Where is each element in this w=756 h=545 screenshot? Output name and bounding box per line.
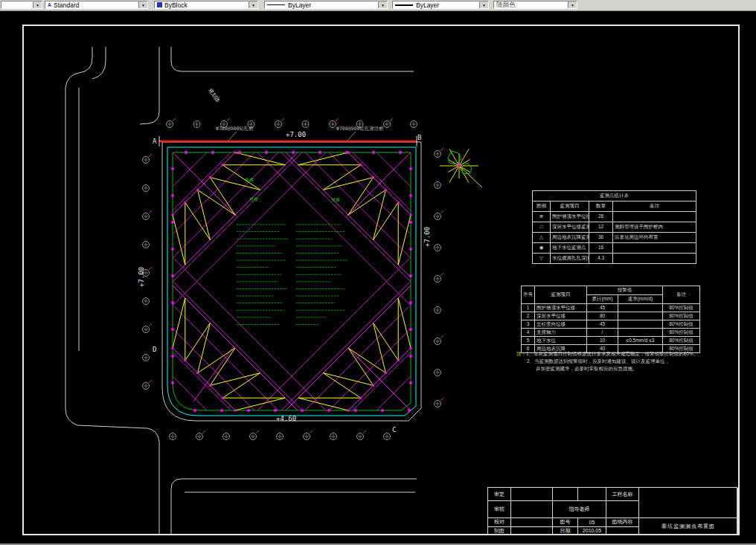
alarm-note: 80%控制值 [663,320,700,329]
stats-item-note [613,254,696,264]
titleblock-row4-label: 制图 [488,527,511,536]
alarm-rate [618,329,663,337]
alarm-seq: 1 [522,304,535,312]
table-notes: 注：1、本表监测项目控制值根据设计要求及相关规范确定，报警值取控制值的80%。 … [516,350,702,373]
drawing-canvas[interactable]: A B C D +7.00 +4.60 +7.00 +7.00 Ф700@900… [0,0,756,545]
elevation-bottom: +4.60 [276,415,296,422]
stats-item-name: 围护墙顶水平位移监测点 [551,212,589,222]
text-style-arrow-icon[interactable]: ▼ [138,1,147,8]
stats-item-count: 4.3 [589,254,613,264]
alarm-item: 立柱竖向位移 [535,320,587,329]
stats-item-name: 周边地表沉降监测点 [551,233,589,243]
linetype-combo[interactable]: ByLayer ▼ [264,1,388,9]
alarm-item: 支撑轴力 [535,329,587,337]
plotstyle-combo-value: 随颜色 [496,1,516,10]
stats-item-count: 12 [589,222,613,233]
titleblock-row1-label: 审定 [488,488,511,501]
alarm-seq: 5 [522,337,535,345]
lineweight-combo-arrow-icon[interactable]: ▼ [479,1,488,8]
corner-label-a: A [153,138,157,145]
pile-label-right: Ф700@900钻孔灌注桩 [336,126,384,132]
alarm-seq: 4 [522,329,535,337]
drawing-no-label: 图号 [553,518,578,527]
layer-combo-arrow-icon[interactable]: ▼ [33,1,42,8]
alarm-cumulative: 45 [587,304,618,312]
plotstyle-combo-arrow-icon[interactable]: ▼ [568,1,577,8]
lineweight-combo-value: ByLayer [416,1,439,9]
table-row: 3 立柱竖向位移 45 80%控制值 [522,320,700,329]
elevation-top: +7.00 [286,131,306,138]
notes-label: 注： [516,351,526,356]
point-symbol-icon: ⊕ [533,212,551,222]
titleblock-row4-value [511,527,553,536]
alarm-note: 80%控制值 [663,304,700,312]
alarm-header-group: 报警值 [587,286,663,295]
layer-combo[interactable]: ▼ [1,1,42,9]
elevation-right: +7.00 [423,227,431,247]
plotstyle-combo[interactable]: 随颜色 ▼ [493,1,577,9]
drawing-no-value: 05 [578,518,606,527]
title-block: 审定 工程名称 审核 指导老师 校对 图号 05 图纸内容 基坑监测测点布置图 … [487,487,737,535]
color-combo-arrow-icon[interactable]: ▼ [249,1,257,8]
stats-item-note [613,212,696,222]
linetype-combo-value: ByLayer [288,1,311,9]
color-combo[interactable]: ByBlock ▼ [154,1,258,9]
color-combo-value: ByBlock [164,1,188,9]
table-row: 5 地下水位 10 ≤0.5mm/d ≤3 80%控制值 [522,337,700,345]
stats-header-count: 数量 [589,201,613,212]
corner-label-d: D [153,346,156,353]
table-row: □ 深层水平位移监测点 12 测斜管埋设于围护桩内 [533,222,696,233]
alarm-header-sub2: 速率(mm/d) [618,295,663,304]
titleblock-row1-value [511,488,553,501]
alarm-seq: 2 [522,312,535,320]
lineweight-combo[interactable]: ByLayer ▼ [392,1,489,9]
alarm-cumulative: 80 [587,312,618,320]
alarm-rate: ≤0.5mm/d ≤3 [618,337,663,345]
stats-item-count: 36 [589,233,613,243]
project-name-label: 工程名称 [606,488,639,501]
note-line: 并加密监测频率，必要时采取相应的应急措施。 [516,365,702,373]
table-row: 1 围护墙顶水平位移 45 80%控制值 [522,304,700,312]
advisor-label: 指导老师 [553,501,606,518]
date-value: 2010.05 [578,527,606,536]
corner-label-b: B [417,134,421,141]
strut-label-1: 角撑 [245,177,254,183]
note-line: 1、本表监测项目控制值根据设计要求及相关规范确定，报警值取控制值的80%。 [526,351,698,356]
alarm-rate [618,304,663,312]
stats-item-name: 地下水位监测点 [551,243,589,254]
stats-header-symbol: 图例 [533,201,551,212]
alarm-item: 深层水平位移 [535,312,587,320]
stats-item-name: 水位观测孔孔深(m) [551,254,589,264]
table-row: ◉ 地下水位监测点 16 [533,243,696,254]
stats-item-name: 深层水平位移监测点 [551,222,589,233]
object-properties-toolbar: ▼ A Standard ▼ ByBlock ▼ ByLayer ▼ ByLay… [0,0,756,11]
text-style-value: Standard [54,1,80,9]
titleblock-row2-value [511,501,553,518]
table-row: 4 支撑轴力 / 80%控制值 [522,329,700,337]
alarm-note: 80%控制值 [663,312,700,320]
alarm-header-seq: 序号 [522,286,535,304]
alarm-rate [618,320,663,329]
strut-label-2: 对撑 [249,196,258,202]
stats-item-count: 28 [589,212,613,222]
note-line: 2、当监测数据达到报警值时，应及时通知建设、设计及监理单位， [516,358,702,365]
drawing-title: 基坑监测测点布置图 [639,518,738,535]
linetype-combo-arrow-icon[interactable]: ▼ [378,1,387,8]
table-row: △ 周边地表沉降监测点 36 沿基坑周边环向布置 [533,233,696,243]
stats-item-note [613,243,696,254]
lineweight-sample-icon [395,4,413,6]
stats-header-note: 备注 [613,201,696,212]
project-name-value [639,488,738,518]
text-style-combo[interactable]: A Standard ▼ [45,1,148,9]
point-symbol-icon: □ [533,222,551,233]
text-style-icon: A [48,2,51,7]
alarm-rate [618,312,663,320]
alarm-header-sub1: 累计(mm) [587,295,618,304]
alarm-note: 80%控制值 [663,337,700,345]
stats-item-note: 沿基坑周边环向布置 [613,233,696,243]
table-row: ▽ 水位观测孔孔深(m) 4.3 [533,254,696,264]
alarm-header-note: 备注 [663,286,700,304]
elevation-left: +7.00 [138,267,145,287]
point-symbol-icon: △ [533,233,551,243]
table-row: ⊕ 围护墙顶水平位移监测点 28 [533,212,696,222]
